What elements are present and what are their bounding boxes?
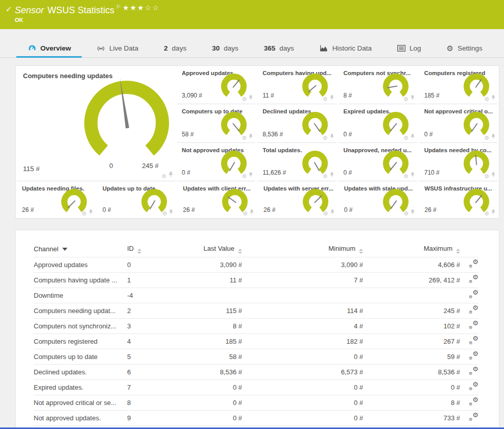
gear-icon[interactable]: ⚙ bbox=[242, 97, 247, 102]
pin-icon[interactable] bbox=[330, 208, 334, 217]
gear-icon[interactable]: ⚙ bbox=[484, 174, 489, 179]
table-row-not-approved-updates[interactable]: Not approved updates.90 #0 #733 #⚙⚙ bbox=[34, 410, 478, 425]
gear-icon[interactable]: ⚙ bbox=[403, 97, 409, 102]
gear-icon[interactable]: ⚙ bbox=[484, 211, 489, 217]
rating-stars[interactable]: ★★★☆☆ bbox=[123, 4, 160, 12]
gauge-tile-expired-updates: Expired updates. 0 #⚙ bbox=[339, 104, 417, 142]
gauge-tile-not-approved-updates: Not approved updates 0 #⚙ bbox=[177, 143, 255, 181]
channel-settings-gears-icon[interactable]: ⚙⚙ bbox=[469, 397, 478, 406]
pin-icon[interactable] bbox=[89, 208, 93, 217]
column-header-id[interactable]: ID bbox=[127, 242, 174, 257]
pin-icon[interactable] bbox=[411, 171, 415, 179]
cell-channel: Computers registered bbox=[34, 333, 127, 349]
flag-icon[interactable]: ⚐ bbox=[116, 4, 121, 10]
channel-settings-gears-icon[interactable]: ⚙⚙ bbox=[469, 367, 478, 375]
gear-icon[interactable]: ⚙ bbox=[403, 211, 409, 217]
cell-channel: Computers not synchroniz... bbox=[34, 318, 127, 333]
gauge-min-label: 0 bbox=[109, 162, 113, 170]
table-row-computers-needing-updat[interactable]: Computers needing updat...2115 #114 #245… bbox=[34, 303, 478, 318]
column-header-minimum[interactable]: Minimum bbox=[242, 242, 363, 257]
pin-icon[interactable] bbox=[330, 94, 334, 102]
table-row-computers-not-synchroniz[interactable]: Computers not synchroniz...38 #4 #102 #⚙… bbox=[34, 318, 478, 333]
table-row-declined-updates[interactable]: Declined updates.68,536 #6,573 #8,536 #⚙… bbox=[34, 364, 478, 379]
gear-icon[interactable]: ⚙ bbox=[323, 211, 328, 217]
gear-icon[interactable]: ⚙ bbox=[403, 174, 409, 179]
sort-icon bbox=[359, 249, 363, 254]
channel-settings-gears-icon[interactable]: ⚙⚙ bbox=[469, 305, 478, 314]
gear-icon[interactable]: ⚙ bbox=[403, 135, 409, 141]
pin-icon[interactable] bbox=[169, 208, 173, 217]
gauge-icon bbox=[28, 44, 36, 52]
pin-icon[interactable] bbox=[250, 208, 254, 217]
tab-settings[interactable]: ⚙Settings bbox=[447, 39, 483, 57]
cell-channel: Approved updates bbox=[34, 257, 127, 272]
gear-icon[interactable]: ⚙ bbox=[162, 211, 167, 217]
table-row-expired-updates[interactable]: Expired updates.70 #0 #0 #⚙⚙ bbox=[34, 379, 478, 395]
table-header-row: ChannelIDLast ValueMinimumMaximum bbox=[34, 242, 478, 257]
gear-icon[interactable]: ⚙ bbox=[242, 174, 247, 179]
pin-icon[interactable] bbox=[411, 94, 415, 102]
gear-icon[interactable]: ⚙ bbox=[323, 174, 328, 179]
channel-settings-gears-icon[interactable]: ⚙⚙ bbox=[469, 336, 478, 345]
gear-icon[interactable]: ⚙ bbox=[323, 97, 328, 102]
gear-icon[interactable]: ⚙ bbox=[82, 211, 87, 217]
cell-maximum: 59 # bbox=[363, 349, 460, 364]
column-header-maximum[interactable]: Maximum bbox=[363, 242, 460, 257]
cell-actions: ⚙⚙ bbox=[460, 349, 478, 364]
pin-icon[interactable] bbox=[249, 133, 253, 141]
cell-maximum: 8 # bbox=[363, 395, 460, 410]
tab-label: days bbox=[224, 44, 238, 52]
channel-settings-gears-icon[interactable]: ⚙⚙ bbox=[469, 275, 478, 283]
gear-icon[interactable]: ⚙ bbox=[484, 97, 489, 102]
gear-icon[interactable]: ⚙ bbox=[242, 135, 247, 141]
channel-settings-gears-icon[interactable]: ⚙⚙ bbox=[469, 382, 478, 391]
tab-number: 2 bbox=[164, 44, 168, 52]
channel-settings-gears-icon[interactable]: ⚙⚙ bbox=[469, 321, 478, 329]
tab-overview[interactable]: Overview bbox=[28, 39, 71, 57]
pin-icon[interactable] bbox=[330, 133, 334, 141]
table-row-not-approved-critical-or-se[interactable]: Not approved critical or se...80 #0 #8 #… bbox=[34, 395, 478, 410]
table-row-downtime[interactable]: Downtime-4⚙⚙ bbox=[34, 288, 478, 303]
status-badge: OK bbox=[15, 17, 23, 23]
gear-icon[interactable]: ⚙ bbox=[161, 174, 166, 179]
cell-minimum: 0 # bbox=[242, 395, 363, 410]
channel-settings-gears-icon[interactable]: ⚙⚙ bbox=[469, 351, 478, 360]
pin-icon[interactable] bbox=[411, 208, 415, 217]
cell-maximum: 8,536 # bbox=[363, 364, 460, 379]
tab-log[interactable]: Log bbox=[397, 39, 421, 57]
tab-historic-data[interactable]: Historic Data bbox=[320, 39, 372, 57]
gauge-tile-computers-up-to-date: Computers up to date 58 #⚙ bbox=[177, 104, 255, 142]
live-data-icon bbox=[97, 45, 105, 52]
historic-data-icon bbox=[320, 45, 328, 52]
table-row-computers-registered[interactable]: Computers registered4185 #182 #267 #⚙⚙ bbox=[34, 333, 478, 349]
pin-icon[interactable] bbox=[249, 171, 253, 179]
channel-settings-gears-icon[interactable]: ⚙⚙ bbox=[469, 290, 478, 299]
tab-30-days[interactable]: 30days bbox=[212, 39, 238, 57]
gear-icon[interactable]: ⚙ bbox=[484, 135, 489, 141]
channel-settings-gears-icon[interactable]: ⚙⚙ bbox=[469, 259, 478, 268]
pin-icon[interactable] bbox=[411, 133, 415, 141]
tab-365-days[interactable]: 365days bbox=[264, 39, 294, 57]
pin-icon[interactable] bbox=[491, 171, 495, 179]
channel-settings-gears-icon[interactable]: ⚙⚙ bbox=[469, 413, 478, 421]
gauge-max-label: 245 # bbox=[142, 162, 159, 170]
column-header-last-value[interactable]: Last Value bbox=[174, 242, 242, 257]
table-row-computers-up-to-date[interactable]: Computers up to date558 #0 #59 #⚙⚙ bbox=[34, 349, 478, 364]
pin-icon[interactable] bbox=[169, 171, 173, 179]
pin-icon[interactable] bbox=[249, 94, 253, 102]
sensor-name: WSUS Statistics bbox=[47, 5, 114, 15]
gauge-tile-computers-having-upd: Computers having upd... 11 #⚙ bbox=[257, 66, 336, 104]
pin-icon[interactable] bbox=[491, 208, 495, 217]
column-header-channel[interactable]: Channel bbox=[34, 242, 127, 257]
gear-icon[interactable]: ⚙ bbox=[323, 135, 328, 141]
pin-icon[interactable] bbox=[330, 171, 334, 179]
tab-live-data[interactable]: Live Data bbox=[97, 39, 138, 57]
table-row-approved-updates[interactable]: Approved updates03,090 #3,090 #4,606 #⚙⚙ bbox=[34, 257, 478, 272]
tab-2-days[interactable]: 2days bbox=[164, 39, 186, 57]
table-row-computers-having-update[interactable]: Computers having update ...111 #7 #269, … bbox=[34, 272, 478, 288]
gauge-value: 0 # bbox=[344, 169, 352, 176]
gear-icon[interactable]: ⚙ bbox=[243, 211, 248, 217]
gauge-value: 710 # bbox=[424, 169, 440, 176]
pin-icon[interactable] bbox=[491, 94, 495, 102]
pin-icon[interactable] bbox=[491, 133, 495, 141]
